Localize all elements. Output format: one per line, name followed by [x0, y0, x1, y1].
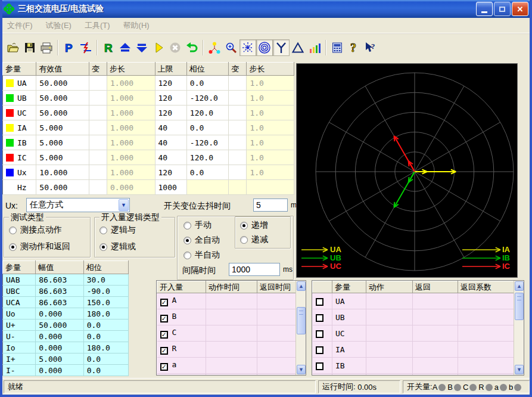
- column-header[interactable]: [313, 281, 332, 293]
- limit-cell[interactable]: 40: [155, 120, 186, 135]
- rms-cell[interactable]: 50.000: [36, 180, 89, 195]
- help-button[interactable]: ?: [346, 39, 362, 56]
- column-header[interactable]: 开入量: [157, 281, 206, 293]
- var-cell[interactable]: [229, 165, 247, 180]
- phase-cell[interactable]: [186, 180, 228, 195]
- checkbox-cell[interactable]: [313, 325, 332, 342]
- delta-connection-button[interactable]: [290, 39, 306, 56]
- unchecked-checkbox[interactable]: [316, 314, 323, 322]
- checkbox-cell[interactable]: [313, 293, 332, 309]
- limit-cell[interactable]: 40: [155, 150, 186, 165]
- rms-cell[interactable]: 50.000: [36, 106, 89, 120]
- var-cell[interactable]: [89, 76, 107, 91]
- var-cell[interactable]: [229, 135, 247, 150]
- step-cell[interactable]: 1.000: [107, 120, 155, 135]
- phase-cell[interactable]: 120.0: [186, 150, 228, 165]
- menu-tools[interactable]: 工具(T): [85, 20, 110, 31]
- var-cell[interactable]: [89, 135, 107, 150]
- limit-cell[interactable]: 120: [155, 91, 186, 106]
- limit-cell[interactable]: 1000: [155, 180, 186, 195]
- param-name-cell[interactable]: IC: [332, 374, 366, 376]
- phase-cell[interactable]: -120.0: [186, 91, 228, 106]
- var-cell[interactable]: [89, 106, 107, 120]
- checkbox-cell[interactable]: [313, 374, 332, 376]
- param-name-cell[interactable]: UA: [332, 293, 366, 309]
- column-header[interactable]: 返回时间: [257, 281, 297, 293]
- limit-cell[interactable]: 120: [155, 165, 186, 180]
- short-circuit-button[interactable]: [77, 39, 94, 56]
- step-cell[interactable]: 1.000: [107, 150, 155, 165]
- checked-checkbox[interactable]: ✓: [160, 347, 168, 355]
- scroll-up-icon[interactable]: ▲: [515, 281, 524, 291]
- step-cell[interactable]: 1.0: [247, 165, 294, 180]
- checked-checkbox[interactable]: ✓: [160, 315, 168, 322]
- param-name-cell[interactable]: UC: [332, 325, 366, 342]
- column-header[interactable]: 步长: [247, 63, 294, 76]
- scroll-down-icon[interactable]: ▼: [515, 365, 524, 374]
- var-cell[interactable]: [229, 180, 247, 195]
- rms-cell[interactable]: 50.000: [36, 76, 89, 91]
- undo-button[interactable]: [183, 39, 200, 56]
- y-connection-button[interactable]: [273, 39, 290, 56]
- checkbox-cell[interactable]: ✓R: [157, 342, 206, 358]
- step-cell[interactable]: 1.000: [107, 135, 155, 150]
- rms-cell[interactable]: 5.000: [36, 135, 89, 150]
- radio-logic-and[interactable]: 逻辑与: [99, 225, 136, 235]
- open-button[interactable]: [5, 39, 21, 56]
- param-name-cell[interactable]: IB: [332, 358, 366, 374]
- print-button[interactable]: [38, 39, 55, 56]
- calculator-button[interactable]: [329, 39, 346, 56]
- minimize-button[interactable]: [476, 2, 493, 16]
- debounce-input[interactable]: 5: [253, 199, 288, 212]
- step-cell[interactable]: 1.000: [107, 91, 155, 106]
- radio-full-auto[interactable]: 全自动: [183, 235, 220, 246]
- checkbox-cell[interactable]: [313, 358, 332, 374]
- stop-button[interactable]: [167, 39, 183, 56]
- lower-button[interactable]: [133, 39, 150, 56]
- unchecked-checkbox[interactable]: [316, 346, 323, 354]
- phase-cell[interactable]: 0.0: [186, 165, 228, 180]
- rms-cell[interactable]: 10.000: [36, 165, 89, 180]
- column-header[interactable]: 动作时间: [206, 281, 257, 293]
- save-button[interactable]: [21, 39, 38, 56]
- menu-file[interactable]: 文件(F): [7, 20, 33, 31]
- var-cell[interactable]: [89, 91, 107, 106]
- checkbox-cell[interactable]: ✓a: [157, 358, 206, 374]
- phase-cell[interactable]: 0.0: [186, 120, 228, 135]
- column-header[interactable]: 参量: [332, 281, 366, 293]
- column-header[interactable]: 变: [229, 63, 247, 76]
- rms-cell[interactable]: 5.000: [36, 120, 89, 135]
- unchecked-checkbox[interactable]: [316, 362, 323, 370]
- radio-logic-or[interactable]: 逻辑或: [99, 241, 136, 252]
- rays-view-button[interactable]: [239, 39, 256, 56]
- step-cell[interactable]: 1.000: [107, 165, 155, 180]
- radio-action-return[interactable]: 测动作和返回: [9, 241, 70, 252]
- var-cell[interactable]: [229, 106, 247, 120]
- column-header[interactable]: 动作: [366, 281, 413, 293]
- scroll-up-icon[interactable]: ▲: [297, 281, 306, 291]
- param-name-cell[interactable]: UB: [332, 309, 366, 325]
- limit-cell[interactable]: 120: [155, 76, 186, 91]
- input-table-scrollbar[interactable]: ▲ ▼: [295, 281, 306, 375]
- checked-checkbox[interactable]: ✓: [160, 331, 168, 339]
- column-header[interactable]: 返回系数: [458, 281, 515, 293]
- checkbox-cell[interactable]: ✓b: [157, 374, 206, 376]
- phase-cell[interactable]: 120.0: [186, 106, 228, 120]
- var-cell[interactable]: [229, 150, 247, 165]
- rms-cell[interactable]: 50.000: [36, 91, 89, 106]
- vector-diagram-button[interactable]: [206, 39, 223, 56]
- ux-mode-combobox[interactable]: 任意方式 ▼: [26, 198, 130, 212]
- phase-cell[interactable]: -120.0: [186, 135, 228, 150]
- checkbox-cell[interactable]: [313, 309, 332, 325]
- phase-cell[interactable]: 0.0: [186, 76, 228, 91]
- interval-input[interactable]: 1000: [229, 263, 280, 276]
- var-cell[interactable]: [89, 180, 107, 195]
- step-cell[interactable]: 1.0: [247, 135, 294, 150]
- limit-cell[interactable]: 40: [155, 135, 186, 150]
- unchecked-checkbox[interactable]: [316, 298, 323, 306]
- column-header[interactable]: 相位: [186, 63, 228, 76]
- checked-checkbox[interactable]: ✓: [160, 363, 168, 371]
- close-button[interactable]: ✕: [512, 2, 528, 16]
- radio-manual[interactable]: 手动: [183, 220, 211, 231]
- column-header[interactable]: 返回: [413, 281, 458, 293]
